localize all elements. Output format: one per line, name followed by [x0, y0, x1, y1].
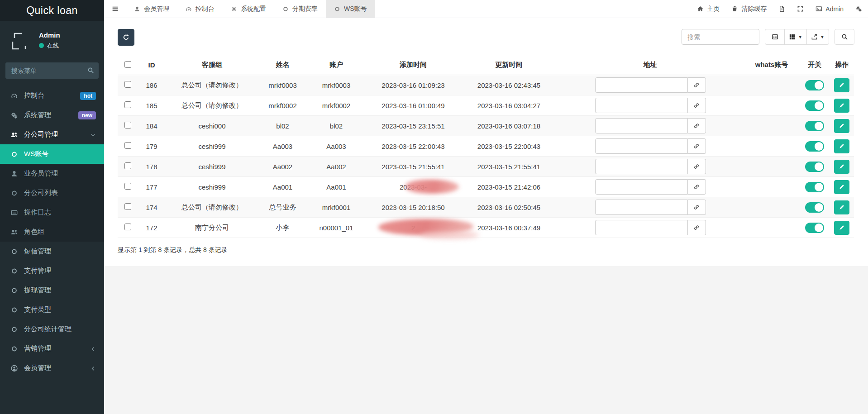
sidebar-item-label: 支付类型: [24, 305, 51, 314]
address-input[interactable]: [595, 200, 688, 215]
edit-button[interactable]: [834, 180, 849, 194]
sidebar-search-input[interactable]: [5, 62, 99, 79]
sidebar-item-8[interactable]: 短信管理: [0, 242, 104, 261]
search-icon: [841, 33, 848, 40]
row-checkbox[interactable]: [124, 162, 131, 169]
refresh-button[interactable]: [118, 29, 134, 46]
address-link-button[interactable]: [688, 98, 706, 113]
address-input[interactable]: [595, 118, 688, 133]
avatar-image-icon: [816, 5, 822, 12]
detail-view-button[interactable]: [765, 29, 785, 45]
select-all-checkbox[interactable]: [124, 61, 131, 68]
cell-switch: [800, 177, 830, 197]
switch-toggle[interactable]: [805, 100, 824, 111]
cell-name: mrkf0002: [258, 95, 307, 116]
sidebar-item-7[interactable]: 角色组: [0, 222, 104, 242]
sidebar-item-1[interactable]: 系统管理new: [0, 105, 104, 125]
columns-button[interactable]: ▼: [784, 29, 807, 45]
edit-button[interactable]: [834, 221, 849, 235]
export-button[interactable]: ▼: [806, 29, 829, 45]
circle-icon: [10, 151, 19, 158]
address-link-button[interactable]: [688, 220, 706, 235]
sidebar-item-label: 会员管理: [24, 364, 51, 372]
address-link-button[interactable]: [688, 118, 706, 133]
switch-toggle[interactable]: [805, 223, 824, 233]
address-input-group: [595, 220, 706, 235]
tab-3[interactable]: 分期费率: [274, 0, 326, 18]
row-checkbox[interactable]: [124, 183, 131, 190]
edit-button[interactable]: [834, 119, 849, 133]
switch-toggle[interactable]: [805, 141, 824, 152]
cell-updated-time: 2023-03-15 21:42:06: [461, 177, 557, 197]
sidebar-item-10[interactable]: 提现管理: [0, 281, 104, 300]
switch-toggle[interactable]: [805, 162, 824, 172]
sidebar-item-11[interactable]: 支付类型: [0, 300, 104, 319]
edit-button[interactable]: [834, 139, 849, 153]
sidebar-toggle-button[interactable]: [104, 0, 126, 18]
navbar-right: 主页清除缓存Admin: [691, 0, 868, 18]
table-search-input[interactable]: [682, 29, 759, 45]
switch-toggle[interactable]: [805, 202, 824, 213]
address-link-button[interactable]: [688, 159, 706, 174]
tab-0[interactable]: 会员管理: [126, 0, 177, 18]
cell-id: 172: [138, 218, 166, 238]
sidebar-item-3[interactable]: WS账号: [0, 144, 104, 164]
sidebar-item-5[interactable]: 分公司列表: [0, 183, 104, 203]
cell-address: [557, 197, 744, 218]
row-checkbox[interactable]: [124, 101, 131, 108]
toggle-knob: [815, 142, 823, 151]
nav-right-item-5[interactable]: [849, 0, 868, 18]
nav-right-item-3[interactable]: [791, 0, 810, 18]
sidebar-item-14[interactable]: 会员管理: [0, 358, 104, 378]
main-area: 会员管理 控制台 系统配置 分期费率 WS账号 主页清除缓存Admin: [104, 0, 868, 414]
edit-button[interactable]: [834, 200, 849, 214]
switch-toggle[interactable]: [805, 182, 824, 192]
row-checkbox[interactable]: [124, 224, 131, 230]
tachometer-icon: [10, 92, 19, 100]
edit-button[interactable]: [834, 78, 849, 92]
address-link-button[interactable]: [688, 77, 706, 93]
edit-button[interactable]: [834, 160, 849, 174]
pencil-icon: [839, 102, 845, 109]
switch-toggle[interactable]: [805, 80, 824, 90]
cell-account: bl02: [307, 116, 366, 136]
sidebar-item-13[interactable]: 营销管理: [0, 339, 104, 358]
address-link-button[interactable]: [688, 138, 706, 154]
nav-right-item-2[interactable]: [773, 0, 791, 18]
sidebar-item-6[interactable]: 操作日志: [0, 203, 104, 222]
address-input[interactable]: [595, 98, 688, 113]
cell-account: mrkf0003: [307, 75, 366, 95]
edit-button[interactable]: [834, 99, 849, 113]
column-header: 地址: [557, 55, 744, 75]
address-link-button[interactable]: [688, 200, 706, 215]
sidebar-item-2[interactable]: 分公司管理: [0, 125, 104, 144]
address-input[interactable]: [595, 220, 688, 235]
row-checkbox[interactable]: [124, 81, 131, 88]
sidebar-item-0[interactable]: 控制台hot: [0, 86, 104, 105]
sidebar-item-9[interactable]: 支付管理: [0, 261, 104, 281]
address-input[interactable]: [595, 138, 688, 154]
tab-2[interactable]: 系统配置: [223, 0, 274, 18]
search-button[interactable]: [835, 29, 854, 45]
nav-right-item-0[interactable]: 主页: [691, 0, 725, 18]
link-icon: [693, 204, 700, 210]
sidebar-item-12[interactable]: 分公司统计管理: [0, 319, 104, 339]
sidebar-item-4[interactable]: 业务员管理: [0, 164, 104, 183]
row-checkbox[interactable]: [124, 122, 131, 128]
nav-right-item-4[interactable]: Admin: [810, 0, 849, 18]
address-link-button[interactable]: [688, 179, 706, 195]
address-input[interactable]: [595, 77, 688, 93]
row-checkbox[interactable]: [124, 142, 131, 149]
row-select-cell: [118, 197, 138, 218]
added-time-text: 2023-03-16 01:00:49: [382, 102, 444, 109]
address-input[interactable]: [595, 179, 688, 195]
tab-1[interactable]: 控制台: [177, 0, 223, 18]
switch-toggle[interactable]: [805, 121, 824, 131]
search-icon[interactable]: [87, 67, 94, 74]
row-checkbox[interactable]: [124, 203, 131, 210]
tab-4[interactable]: WS账号: [326, 0, 375, 18]
cell-group: ceshi999: [166, 136, 258, 157]
online-dot-icon: [39, 43, 44, 48]
address-input[interactable]: [595, 159, 688, 174]
nav-right-item-1[interactable]: 清除缓存: [725, 0, 773, 18]
